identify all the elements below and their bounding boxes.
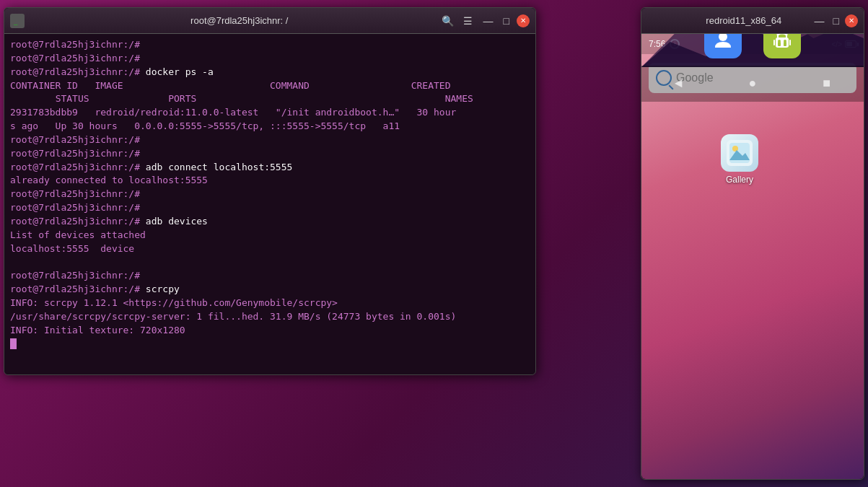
svg-text:_: _ bbox=[14, 18, 18, 25]
contacts-dock-icon[interactable] bbox=[704, 34, 742, 58]
android-controls: — □ ✕ bbox=[812, 14, 858, 27]
android-robot-dock-icon[interactable] bbox=[763, 34, 801, 58]
android-navbar: ◄ ● ■ bbox=[641, 66, 864, 102]
terminal-titlebar: _ root@7rdla25hj3ichnr: / 🔍 ☰ — □ ✕ bbox=[4, 8, 535, 34]
android-screen[interactable]: 7:56 i </> Google bbox=[641, 34, 864, 479]
terminal-body[interactable]: root@7rdla25hj3ichnr:/# root@7rdla25hj3i… bbox=[4, 34, 535, 374]
terminal-output: root@7rdla25hj3ichnr:/# root@7rdla25hj3i… bbox=[10, 38, 530, 351]
gallery-icon-image bbox=[721, 134, 758, 172]
terminal-window[interactable]: _ root@7rdla25hj3ichnr: / 🔍 ☰ — □ ✕ root… bbox=[4, 7, 536, 375]
svg-point-8 bbox=[719, 34, 727, 41]
android-dock bbox=[641, 34, 864, 66]
android-minimize-button[interactable]: — bbox=[812, 15, 828, 27]
svg-rect-16 bbox=[778, 42, 781, 46]
terminal-icon-area: _ bbox=[10, 14, 39, 28]
terminal-app-icon: _ bbox=[10, 14, 25, 28]
nav-recents-button[interactable]: ■ bbox=[814, 71, 840, 97]
svg-point-12 bbox=[777, 34, 779, 36]
nav-back-button[interactable]: ◄ bbox=[665, 71, 691, 97]
terminal-search-button[interactable]: 🔍 bbox=[440, 13, 456, 29]
terminal-maximize-button[interactable]: □ bbox=[501, 15, 512, 27]
terminal-close-button[interactable]: ✕ bbox=[517, 14, 530, 27]
gallery-icon-label: Gallery bbox=[726, 175, 753, 185]
terminal-minimize-button[interactable]: — bbox=[481, 15, 496, 27]
android-window[interactable]: redroid11_x86_64 — □ ✕ 7:56 i </> Google bbox=[641, 7, 864, 480]
terminal-menu-button[interactable]: ☰ bbox=[460, 13, 476, 29]
android-close-button[interactable]: ✕ bbox=[845, 14, 858, 27]
nav-home-button[interactable]: ● bbox=[740, 71, 766, 97]
terminal-title: root@7rdla25hj3ichnr: / bbox=[39, 15, 440, 26]
svg-point-13 bbox=[786, 34, 788, 36]
android-title: redroid11_x86_64 bbox=[676, 15, 812, 26]
svg-rect-17 bbox=[784, 42, 786, 46]
gallery-app-icon[interactable]: Gallery bbox=[721, 134, 758, 185]
android-maximize-button[interactable]: □ bbox=[830, 15, 842, 27]
terminal-controls: 🔍 ☰ — □ ✕ bbox=[440, 13, 530, 29]
svg-rect-9 bbox=[776, 38, 789, 48]
android-titlebar: redroid11_x86_64 — □ ✕ bbox=[641, 8, 864, 34]
